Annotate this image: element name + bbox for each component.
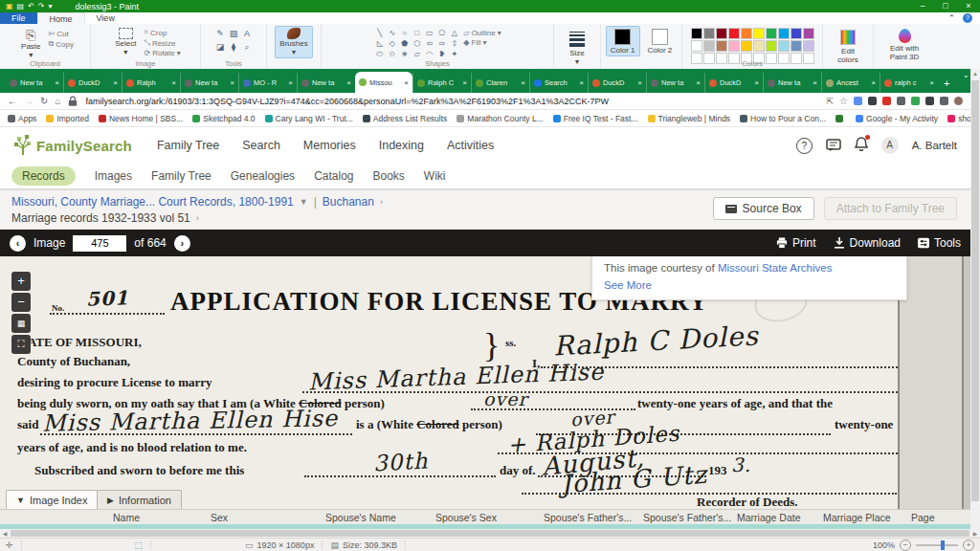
tools-button[interactable]: Tools bbox=[918, 236, 961, 250]
bookmark-item[interactable]: News Home | SBS... bbox=[99, 114, 183, 123]
file-menu[interactable]: File bbox=[0, 12, 37, 24]
brushes-button[interactable]: Brushes▾ bbox=[275, 26, 312, 58]
edit-with-paint3d-button[interactable]: Edit with Paint 3D bbox=[877, 26, 932, 63]
browser-tab[interactable]: New ta× bbox=[763, 73, 821, 93]
tab-close-icon[interactable]: × bbox=[579, 78, 584, 87]
zoom-in-button[interactable]: + bbox=[11, 272, 31, 291]
collection-dropdown-icon[interactable]: ▼ bbox=[300, 197, 308, 207]
tab-close-icon[interactable]: × bbox=[813, 78, 817, 87]
subnav-catalog[interactable]: Catalog bbox=[314, 169, 353, 183]
bookmark-item[interactable]: Triangleweb | Minds bbox=[648, 114, 731, 123]
fill-icon[interactable]: ▨ bbox=[228, 28, 240, 40]
bookmark-item[interactable]: Imported bbox=[46, 114, 89, 123]
subnav-wiki[interactable]: Wiki bbox=[424, 169, 446, 183]
tab-close-icon[interactable]: × bbox=[871, 78, 876, 87]
print-button[interactable]: Print bbox=[776, 236, 816, 250]
undo-icon[interactable]: ↶ bbox=[28, 0, 34, 12]
browser-tab[interactable]: Claren× bbox=[471, 73, 529, 93]
see-more-link[interactable]: See More bbox=[604, 279, 652, 291]
browser-tab[interactable]: MO - R× bbox=[238, 73, 297, 93]
browser-tab[interactable]: Ancest× bbox=[821, 73, 880, 93]
familysearch-logo[interactable]: FamilySearch bbox=[13, 135, 132, 156]
bookmark-star-icon[interactable]: ☆ bbox=[839, 96, 848, 106]
extension-phone-icon[interactable] bbox=[911, 97, 920, 105]
extension-puzzle-icon[interactable] bbox=[925, 97, 934, 105]
horizontal-scrollbar[interactable]: ◀ ▶ bbox=[0, 529, 980, 538]
browser-tab[interactable]: New ta× bbox=[180, 73, 238, 93]
scroll-up-icon[interactable]: ▲ bbox=[970, 69, 980, 78]
bookmark-item[interactable]: showDoc.html bbox=[947, 114, 970, 123]
home-tab[interactable]: Home bbox=[37, 12, 85, 24]
source-box-button[interactable]: Source Box bbox=[713, 197, 814, 220]
browser-tab[interactable]: DuckD× bbox=[588, 73, 646, 93]
scroll-thumb[interactable] bbox=[971, 80, 979, 501]
archive-link[interactable]: Missouri State Archives bbox=[718, 262, 833, 274]
tab-close-icon[interactable]: × bbox=[521, 78, 525, 87]
collapse-ribbon-icon[interactable]: ⌃ bbox=[947, 13, 955, 23]
scroll-thumb[interactable] bbox=[11, 530, 969, 537]
fullscreen-button[interactable]: ⛶ bbox=[11, 335, 31, 354]
browser-tab[interactable]: New ta× bbox=[646, 73, 704, 93]
collection-link[interactable]: Missouri, County Marriage... Court Recor… bbox=[11, 195, 294, 209]
browser-tab[interactable]: Search× bbox=[529, 73, 588, 93]
save-icon[interactable]: ▤ bbox=[17, 0, 25, 12]
select-button[interactable]: Select▾ bbox=[110, 26, 141, 58]
reload-icon[interactable]: ↻ bbox=[40, 96, 48, 106]
zoom-slider-thumb[interactable] bbox=[941, 540, 945, 550]
extension-icon[interactable] bbox=[854, 97, 862, 105]
fill-button[interactable]: ◆Fill▾ bbox=[463, 38, 501, 47]
messages-icon[interactable] bbox=[826, 139, 841, 152]
thumbnail-grid-button[interactable]: ▦ bbox=[11, 314, 31, 333]
view-tab[interactable]: View bbox=[85, 12, 126, 24]
column-header[interactable]: Marriage Place bbox=[823, 512, 891, 523]
browser-tab[interactable]: Ralph C× bbox=[412, 73, 471, 93]
back-icon[interactable]: ← bbox=[8, 96, 17, 106]
cut-button[interactable]: ✄Cut bbox=[49, 30, 74, 38]
resize-button[interactable]: ⤡Resize bbox=[144, 38, 180, 48]
tab-close-icon[interactable]: × bbox=[637, 78, 642, 87]
pencil-icon[interactable]: ✎ bbox=[214, 28, 227, 40]
rotate-button[interactable]: ⟳Rotate▾ bbox=[144, 49, 180, 57]
subnav-records[interactable]: Records bbox=[11, 166, 76, 186]
browser-tab[interactable]: New ta× bbox=[6, 73, 63, 93]
url-text[interactable]: familysearch.org/ark:/61903/3:1:3QSQ-G94… bbox=[85, 97, 819, 106]
subnav-books[interactable]: Books bbox=[373, 169, 405, 183]
column-header[interactable]: Spouse's Father's... bbox=[643, 512, 731, 523]
column-header[interactable]: Marriage Date bbox=[737, 512, 801, 523]
browser-tab[interactable]: Ralph× bbox=[122, 73, 180, 93]
tab-close-icon[interactable]: × bbox=[288, 78, 293, 87]
shapes-grid[interactable]: ╲∿○□▭⬠△ ◺◇⬟⬡⇦⇨⇧ ⬭✩✬▱◠❥✦ bbox=[373, 28, 460, 59]
nav-memories[interactable]: Memories bbox=[303, 139, 356, 152]
browser-tab[interactable]: ralph c× bbox=[880, 73, 938, 93]
bookmark-item[interactable] bbox=[835, 115, 846, 122]
outline-button[interactable]: ▱Outline▾ bbox=[463, 29, 501, 37]
tab-close-icon[interactable]: × bbox=[113, 78, 118, 87]
county-link[interactable]: Buchanan bbox=[323, 195, 374, 209]
bookmark-item[interactable]: Cary Lang WI - Trut... bbox=[265, 114, 353, 123]
subnav-family-tree[interactable]: Family Tree bbox=[151, 169, 212, 183]
home-icon[interactable]: ⌂ bbox=[55, 96, 60, 106]
tab-close-icon[interactable]: × bbox=[929, 78, 934, 87]
image-number-input[interactable] bbox=[73, 235, 126, 252]
magnifier-icon[interactable]: ⌕ bbox=[241, 41, 254, 54]
tab-close-icon[interactable]: × bbox=[230, 78, 234, 87]
bookmark-item[interactable]: Address List Results bbox=[363, 114, 447, 123]
bookmark-item[interactable]: Free IQ Test - Fast... bbox=[553, 114, 638, 123]
help-circle-icon[interactable]: ? bbox=[796, 138, 813, 154]
browser-tab[interactable]: DuckD× bbox=[63, 73, 122, 93]
download-button[interactable]: Download bbox=[834, 236, 901, 250]
previous-image-icon[interactable]: ‹ bbox=[10, 235, 26, 252]
tab-close-icon[interactable]: × bbox=[696, 78, 701, 87]
tab-close-icon[interactable]: × bbox=[754, 78, 759, 87]
tab-close-icon[interactable]: × bbox=[462, 78, 467, 87]
paste-button[interactable]: ⎘ Paste▾ bbox=[16, 26, 45, 61]
eyedropper-icon[interactable]: ⧫ bbox=[228, 41, 240, 54]
new-tab-button[interactable]: + bbox=[944, 77, 949, 89]
extension-search-icon[interactable] bbox=[897, 97, 905, 105]
scroll-right-icon[interactable]: ▶ bbox=[970, 530, 980, 537]
column-header[interactable]: Sex bbox=[211, 512, 228, 523]
nav-activities[interactable]: Activities bbox=[447, 139, 494, 152]
user-name[interactable]: A. Bartelt bbox=[912, 140, 957, 151]
copy-button[interactable]: ⧉Copy bbox=[49, 39, 74, 49]
extension-lightning-icon[interactable] bbox=[868, 97, 877, 105]
